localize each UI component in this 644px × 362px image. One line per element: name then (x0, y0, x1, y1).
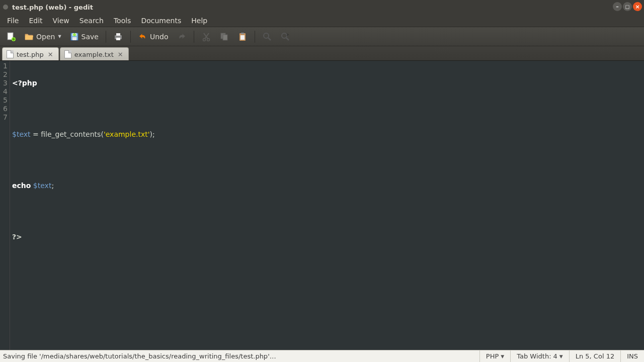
tab-label: test.php (17, 51, 44, 58)
tab-bar: test.php ✕ example.txt ✕ (0, 46, 644, 61)
new-file-button[interactable] (3, 30, 19, 44)
cut-icon (201, 32, 211, 42)
svg-rect-19 (241, 33, 244, 34)
menu-search[interactable]: Search (74, 15, 109, 26)
maximize-button[interactable]: ◻ (623, 2, 632, 11)
app-indicator-icon (3, 5, 8, 10)
status-message: Saving file '/media/shares/web/tutorials… (0, 352, 479, 360)
svg-rect-11 (116, 38, 120, 40)
tab-test-php[interactable]: test.php ✕ (2, 47, 59, 60)
find-button[interactable] (259, 30, 275, 44)
title-bar: test.php (web) - gedit – ◻ × (0, 0, 644, 14)
toolbar-separator (106, 31, 106, 43)
save-label: Save (82, 33, 99, 41)
menu-file[interactable]: File (2, 15, 24, 26)
tabwidth-selector[interactable]: Tab Width: 4 ▼ (510, 350, 569, 362)
close-button[interactable]: × (633, 2, 642, 11)
svg-point-8 (73, 33, 76, 36)
toolbar-separator (130, 31, 131, 43)
print-icon (113, 32, 123, 42)
insert-mode[interactable]: INS (620, 350, 644, 362)
menu-view[interactable]: View (48, 15, 74, 26)
line-number-gutter: 1234567 (0, 61, 10, 350)
code-token: file_get_contents (41, 130, 101, 138)
code-token: $text (12, 130, 31, 138)
paste-icon (237, 32, 248, 42)
code-token: ); (150, 130, 155, 138)
undo-label: Undo (150, 33, 169, 41)
code-token: $text (33, 182, 52, 190)
dropdown-icon[interactable]: ▼ (58, 34, 61, 39)
copy-icon (219, 32, 229, 42)
menu-edit[interactable]: Edit (24, 15, 47, 26)
code-token: example.txt (106, 130, 148, 138)
svg-rect-17 (223, 35, 227, 40)
open-folder-icon (24, 32, 34, 42)
svg-rect-4 (13, 39, 15, 40)
dropdown-icon: ▼ (501, 354, 504, 359)
svg-point-21 (264, 33, 269, 38)
code-content[interactable]: <?php $text = file_get_contents('example… (10, 61, 644, 350)
dropdown-icon: ▼ (559, 354, 563, 359)
insert-label: INS (627, 352, 638, 360)
language-label: PHP (486, 352, 499, 360)
save-button[interactable]: Save (66, 30, 102, 44)
find-replace-button[interactable] (277, 30, 293, 44)
menu-bar: File Edit View Search Tools Documents He… (0, 14, 644, 27)
new-file-icon (6, 32, 16, 42)
redo-button (174, 30, 190, 44)
print-button[interactable] (110, 30, 126, 44)
window-title: test.php (web) - gedit (12, 4, 93, 11)
file-icon (7, 50, 14, 58)
cursor-position: Ln 5, Col 12 (569, 350, 620, 362)
open-button[interactable]: Open ▼ (21, 30, 64, 44)
menu-help[interactable]: Help (186, 15, 212, 26)
open-label: Open (36, 33, 55, 41)
status-bar: Saving file '/media/shares/web/tutorials… (0, 350, 644, 362)
paste-button[interactable] (234, 30, 251, 44)
tab-example-txt[interactable]: example.txt ✕ (60, 47, 129, 60)
svg-point-15 (207, 38, 209, 41)
redo-icon (177, 32, 187, 42)
undo-icon (138, 32, 148, 42)
svg-line-24 (286, 38, 289, 40)
minimize-button[interactable]: – (613, 2, 622, 11)
svg-rect-7 (72, 37, 76, 40)
save-icon (69, 32, 79, 42)
code-token: ?> (12, 233, 22, 241)
code-token: ; (51, 182, 54, 190)
copy-button (216, 30, 232, 44)
window-controls: – ◻ × (613, 2, 642, 11)
toolbar-separator (194, 31, 194, 43)
cursor-label: Ln 5, Col 12 (576, 352, 614, 360)
svg-line-22 (268, 38, 271, 40)
code-token: <?php (12, 79, 37, 87)
find-replace-icon (280, 32, 290, 42)
menu-tools[interactable]: Tools (109, 15, 136, 26)
svg-rect-10 (116, 33, 120, 36)
close-tab-icon[interactable]: ✕ (117, 51, 124, 58)
code-token: = (31, 130, 41, 138)
svg-point-14 (203, 38, 205, 41)
toolbar: Open ▼ Save Undo (0, 27, 644, 46)
tabwidth-label: Tab Width: (517, 352, 551, 360)
language-selector[interactable]: PHP ▼ (479, 350, 510, 362)
search-icon (262, 32, 272, 42)
tab-label: example.txt (74, 51, 114, 58)
editor-area[interactable]: 1234567 <?php $text = file_get_contents(… (0, 61, 644, 350)
menu-documents[interactable]: Documents (136, 15, 186, 26)
close-tab-icon[interactable]: ✕ (47, 51, 54, 58)
toolbar-separator (255, 31, 255, 43)
cut-button (198, 30, 214, 44)
svg-rect-20 (240, 35, 245, 40)
code-token: echo (12, 182, 31, 190)
svg-point-23 (282, 33, 287, 38)
file-icon (64, 50, 71, 58)
undo-button[interactable]: Undo (135, 30, 172, 44)
tabwidth-value: 4 (553, 352, 557, 360)
